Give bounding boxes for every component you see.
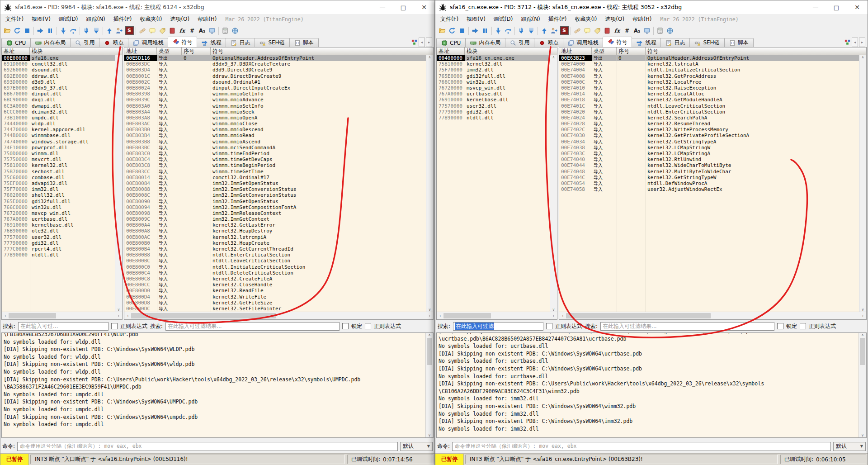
- symbol-row[interactable]: 00E74024导入kernel32.SearchPathA: [559, 115, 859, 121]
- titlebar[interactable]: sfa16.exe - PID: 9964 - 模块: sfa16.exe - …: [0, 0, 434, 14]
- menu-跟踪(N)[interactable]: 跟踪(N): [517, 15, 544, 23]
- toolbar-label-icon[interactable]: [157, 26, 167, 36]
- toolbar-trace-into-icon[interactable]: [516, 26, 526, 36]
- command-profile-select[interactable]: 默认▼: [400, 442, 433, 451]
- module-row[interactable]: 77790000gdi32.dll: [2, 240, 115, 246]
- symbol-row[interactable]: 00E74004导入ntdll.InitializeCriticalSectio…: [559, 67, 859, 73]
- symbol-filter-input[interactable]: 在此输入可过滤结果...: [165, 322, 340, 331]
- symbol-row[interactable]: 00E74058导入user32.AdjustWindowRectEx: [559, 186, 859, 192]
- module-row[interactable]: 75810000kernel32.dll: [2, 162, 115, 168]
- tab-日志[interactable]: 日志: [226, 38, 255, 47]
- toolbar-scylla-icon[interactable]: S: [124, 26, 134, 36]
- symbol-row[interactable]: 00E803DC导入d3dx9_37.D3DXCreateTexture: [124, 61, 426, 67]
- menu-选项(O)[interactable]: 选项(O): [601, 15, 628, 23]
- symbol-row[interactable]: 00E7402C导入kernel32.WriteProcessMemory: [559, 127, 859, 133]
- toolbar-stop-icon[interactable]: [457, 26, 467, 36]
- toolbar-step-over-icon[interactable]: [68, 26, 78, 36]
- minimize-button[interactable]: —: [805, 0, 826, 14]
- tab-scroll-left[interactable]: ◂: [852, 38, 858, 47]
- module-row[interactable]: 76910000kernelbase.dll: [2, 222, 115, 228]
- module-row[interactable]: 765E0000gdi32full.dll: [2, 199, 115, 204]
- tab-SEH链[interactable]: SEH链: [255, 38, 289, 47]
- toolbar-trace-over-icon[interactable]: [91, 26, 101, 36]
- symbol-col-symbol[interactable]: 符号: [646, 47, 866, 55]
- menu-帮助(H)[interactable]: 帮助(H): [193, 15, 221, 23]
- titlebar[interactable]: sfa16_cn.exe.exe - PID: 3712 - 模块: sfa16…: [435, 0, 868, 14]
- toolbar-restart-icon[interactable]: [447, 26, 457, 36]
- module-row[interactable]: 767A0000ucrtbase.dll: [2, 216, 115, 222]
- symbol-row[interactable]: 00E803A0导入winmm.mmioSetInfo: [124, 103, 426, 109]
- symbol-col-address[interactable]: 地址: [559, 47, 592, 55]
- symbol-row[interactable]: 00E74034导入kernel32.GetStringTypeA: [559, 139, 859, 145]
- minimize-button[interactable]: —: [372, 0, 393, 14]
- menu-跟踪(N)[interactable]: 跟踪(N): [82, 15, 109, 23]
- module-vscrollbar[interactable]: ∧∨: [550, 55, 557, 312]
- symbol-col-ordinal[interactable]: 序号: [617, 47, 646, 55]
- symbol-row[interactable]: 00E8008C导入imm32.ImmGetConversionStatus: [124, 192, 426, 198]
- toolbar-attach-icon[interactable]: [549, 26, 559, 36]
- tab-断点[interactable]: 断点: [534, 38, 563, 47]
- module-row[interactable]: 777C0000rpcrt4.dll: [2, 246, 115, 252]
- symbol-col-type[interactable]: 类型: [157, 47, 182, 55]
- tab-CPU[interactable]: CPU: [1, 38, 31, 47]
- module-row[interactable]: 744B0000winmmbase.dll: [2, 133, 115, 138]
- module-row[interactable]: 77570000user32.dll: [2, 234, 115, 240]
- symbol-row[interactable]: 00E800DC导入kernel32.SetFilePointer: [124, 306, 426, 312]
- module-search-input[interactable]: 在此输入可过滤: [453, 322, 543, 331]
- toolbar-scylla-icon[interactable]: S: [559, 26, 569, 36]
- toolbar-fx-icon[interactable]: fx: [177, 26, 187, 36]
- module-row[interactable]: 76B90000ole32.dll: [2, 228, 115, 234]
- toolbar-monitor-icon[interactable]: [642, 26, 652, 36]
- symbol-row[interactable]: 00E800D0导入kernel32.ReadFile: [124, 288, 426, 294]
- module-row[interactable]: 69260000dsound.dll: [2, 67, 115, 73]
- symbol-row[interactable]: 00E803A8导入winmm.mmioOpenA: [124, 115, 426, 121]
- toolbar-az-icon[interactable]: A₂: [197, 26, 207, 36]
- module-col-name[interactable]: 模块: [30, 47, 122, 55]
- toolbar-calculator-icon[interactable]: [220, 26, 230, 36]
- symbol-row[interactable]: 00E7403C导入kernel32.LCMapStringA: [559, 151, 859, 157]
- symbol-row[interactable]: 00E8009C导入imm32.ImmGetContext: [124, 216, 426, 222]
- symbol-row[interactable]: 00E74010导入kernel32.RaiseException: [559, 85, 859, 91]
- module-row[interactable]: 76720000msvcp_win.dll: [437, 85, 550, 91]
- lock-checkbox[interactable]: [777, 323, 783, 329]
- symbol-row[interactable]: 00E7401C导入ntdll.LeaveCriticalSection: [559, 103, 859, 109]
- tab-list-icon[interactable]: [411, 39, 418, 46]
- module-row[interactable]: 77890000ntdll.dll: [437, 115, 550, 121]
- symbol-row[interactable]: 00E80084导入imm32.ImmSetOpenStatus: [124, 180, 426, 186]
- symbol-hscrollbar[interactable]: ‹›: [124, 312, 433, 319]
- tab-scroll-right[interactable]: ▸: [859, 38, 865, 47]
- tab-内存布局[interactable]: 内存布局: [30, 38, 71, 47]
- toolbar-patch-icon[interactable]: [572, 26, 582, 36]
- module-row[interactable]: 767A0000ucrtbase.dll: [437, 91, 550, 97]
- regex-checkbox[interactable]: [365, 323, 371, 329]
- symbol-row[interactable]: 00E80024导入dinput.DirectInputCreateEx: [124, 85, 426, 91]
- toolbar-globe-icon[interactable]: [665, 26, 675, 36]
- symbol-row[interactable]: 00E800BC导入ntdll.LeaveCriticalSection: [124, 258, 426, 264]
- toolbar-comment-icon[interactable]: [582, 26, 592, 36]
- menu-视图(V)[interactable]: 视图(V): [28, 15, 55, 23]
- module-row[interactable]: 74E10000powrprof.dll: [2, 145, 115, 151]
- module-row[interactable]: 74740000windows.storage.dll: [2, 139, 115, 145]
- module-row[interactable]: 77890000ntdll.dll: [2, 252, 115, 258]
- symbol-row[interactable]: 00E800D4导入kernel32.WriteFile: [124, 294, 426, 300]
- symbol-row[interactable]: 00E803B4导入winmm.mmioRead: [124, 133, 426, 138]
- symbol-row[interactable]: 00E800D8导入kernel32.GetFileSize: [124, 300, 426, 306]
- module-row[interactable]: 6B670000dinput.dll: [2, 91, 115, 97]
- symbol-vscrollbar[interactable]: ∧∨: [859, 55, 866, 312]
- symbol-row[interactable]: 00E74044导入kernel32.WideCharToMultiByte: [559, 162, 859, 168]
- module-row[interactable]: 77570000user32.dll: [437, 103, 550, 109]
- symbol-row[interactable]: 00E80094导入imm32.ImmSetCompositionFontA: [124, 204, 426, 210]
- command-input[interactable]: 命令使用逗号分隔（像汇编语言）: mov eax, ebx: [17, 442, 398, 451]
- symbol-col-ordinal[interactable]: 序号: [182, 47, 211, 55]
- symbol-row[interactable]: 00E800B0导入kernel32.HeapCreate: [124, 240, 426, 246]
- module-row[interactable]: 00E00000sfa16.exe: [2, 55, 115, 61]
- toolbar-pause-icon[interactable]: [480, 26, 490, 36]
- symbol-row[interactable]: 00E74054导入ntdll.DefWindowProcA: [559, 180, 859, 186]
- tab-内存布局[interactable]: 内存布局: [465, 38, 505, 47]
- tab-调用堆栈[interactable]: 调用堆栈: [563, 38, 603, 47]
- tab-脚本[interactable]: 脚本: [724, 38, 754, 47]
- toolbar-calculator-icon[interactable]: [655, 26, 665, 36]
- log-vscrollbar[interactable]: ∧∨: [859, 333, 866, 437]
- symbol-row[interactable]: 00E800A8导入kernel32.HeapDestroy: [124, 228, 426, 234]
- menu-调试(D)[interactable]: 调试(D): [55, 15, 82, 23]
